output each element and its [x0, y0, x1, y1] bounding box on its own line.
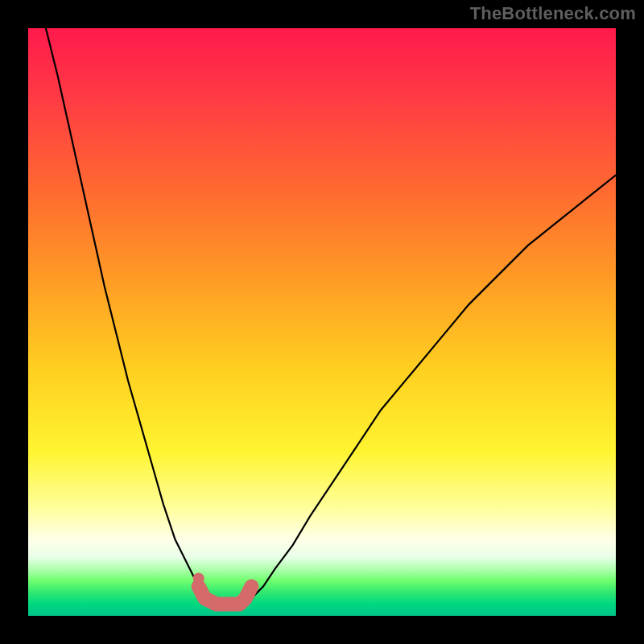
- left-curve: [46, 28, 210, 604]
- right-curve: [246, 175, 616, 605]
- bottleneck-curve-svg: [28, 28, 616, 616]
- trough-marker-path: [199, 587, 252, 605]
- trough-marker-dot: [193, 573, 204, 584]
- plot-area: [28, 28, 616, 616]
- chart-frame: TheBottleneck.com: [0, 0, 644, 644]
- brand-watermark: TheBottleneck.com: [470, 3, 636, 24]
